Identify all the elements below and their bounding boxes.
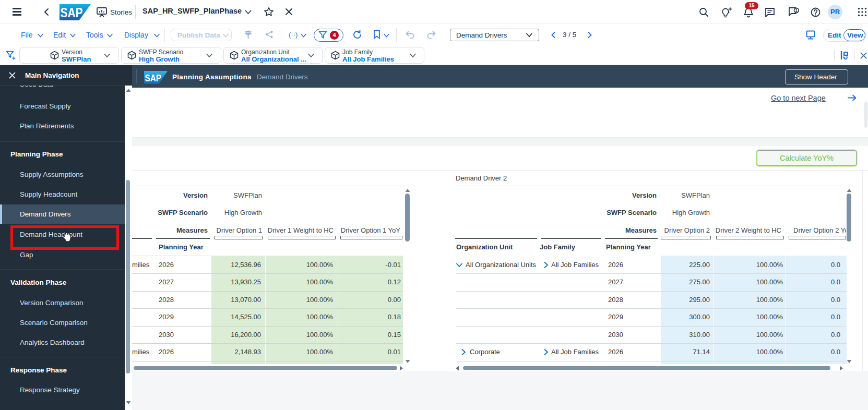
svg-text:SAP: SAP [145, 73, 162, 83]
svg-text:SAP: SAP [61, 5, 83, 20]
